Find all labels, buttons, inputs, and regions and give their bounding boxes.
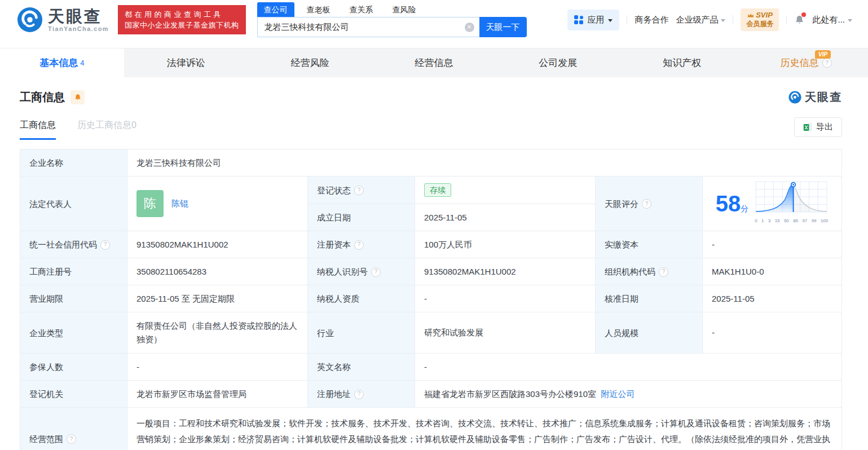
company-nav-tabs: 基本信息 4 法律诉讼 经营风险 经营信息 公司发展 知识产权 VIP 历史信息… <box>0 48 868 77</box>
promo-banner: 都在用的商业查询工具 国家中小企业发展子基金旗下机构 <box>118 5 246 34</box>
legal-rep-cell: 陈 陈锟 <box>127 177 308 231</box>
logo-subtitle: TianYanCha.com <box>48 25 109 32</box>
tab-basic-info[interactable]: 基本信息 4 <box>0 48 124 77</box>
score-number: 58分 <box>716 191 749 216</box>
help-icon[interactable]: ? <box>100 240 110 250</box>
legal-rep-avatar[interactable]: 陈 <box>136 190 164 217</box>
apps-menu-button[interactable]: 应用 <box>567 10 619 30</box>
taxpayer-id-label: 纳税人识别号? <box>308 258 415 285</box>
header-menu: 应用 商务合作 企业级产品 SVIP 会员服务 <box>567 8 868 31</box>
tab-operation-risk[interactable]: 经营风险 <box>248 48 372 77</box>
taxpayer-id-value: 91350802MAK1H1U002 <box>415 258 596 285</box>
user-menu-label: 此处有... <box>812 15 845 25</box>
user-account-menu[interactable]: 此处有... <box>812 15 852 25</box>
chevron-down-icon <box>608 19 613 22</box>
business-info-table: 企业名称 龙岩三快科技有限公司 法定代表人 陈 陈锟 登记状态? 存续 天眼评分… <box>20 149 842 450</box>
company-type-label: 企业类型 <box>20 312 127 354</box>
tab-basic-info-count: 4 <box>80 59 84 67</box>
svip-service-label: 会员服务 <box>746 19 773 28</box>
subscribe-bell-button[interactable] <box>71 90 85 104</box>
nearby-companies-link[interactable]: 附近公司 <box>601 389 635 399</box>
help-icon[interactable]: ? <box>354 186 364 195</box>
content-area: 工商信息 天眼查 工商信息 历史工商信息0 <box>0 77 868 450</box>
subtab-business-info[interactable]: 工商信息 <box>20 120 56 140</box>
tianyancha-company-page: 天眼查 TianYanCha.com 都在用的商业查询工具 国家中小企业发展子基… <box>0 0 868 450</box>
subtab-history-business-info[interactable]: 历史工商信息0 <box>77 120 136 140</box>
menu-enterprise-products[interactable]: 企业级产品 <box>676 15 725 25</box>
help-icon[interactable]: ? <box>642 199 651 209</box>
help-icon[interactable]: ? <box>67 434 76 444</box>
menu-business-cooperation[interactable]: 商务合作 <box>635 15 668 25</box>
export-button[interactable]: 导出 <box>794 117 842 137</box>
help-icon[interactable]: ? <box>354 240 364 250</box>
help-icon[interactable]: ? <box>822 58 832 68</box>
search-tab-relation[interactable]: 查关系 <box>343 2 380 17</box>
search-tabs: 查公司 查老板 查关系 查风险 <box>257 2 527 17</box>
legal-rep-link[interactable]: 陈锟 <box>171 197 188 210</box>
staff-size-value: - <box>703 312 842 354</box>
english-name-label: 英文名称 <box>308 354 415 381</box>
svip-membership-button[interactable]: SVIP 会员服务 <box>741 8 779 31</box>
english-name-value: - <box>415 354 842 381</box>
notifications-bell[interactable] <box>794 14 805 25</box>
business-scope-label: 经营范围? <box>20 408 127 450</box>
business-term-label: 营业期限 <box>20 285 127 312</box>
company-type-value: 有限责任公司（非自然人投资或控股的法人独资） <box>127 312 308 354</box>
tianyancha-watermark: 天眼查 <box>788 90 842 105</box>
tab-company-development[interactable]: 公司发展 <box>496 48 620 77</box>
help-icon[interactable]: ? <box>354 390 364 399</box>
clear-search-icon[interactable]: × <box>465 23 474 32</box>
reg-capital-value: 100万人民币 <box>415 231 596 258</box>
reg-no-value: 350802110654283 <box>127 258 308 285</box>
tianyancha-logo[interactable]: 天眼查 TianYanCha.com <box>17 7 109 33</box>
tab-history-info-label: 历史信息 <box>781 56 819 69</box>
score-label: 天眼评分? <box>596 177 703 231</box>
insured-count-value: - <box>127 354 308 381</box>
score-axis-ticks: 0131550859799100 <box>754 215 829 227</box>
logo-swirl-icon <box>788 91 801 104</box>
menu-enterprise-label: 企业级产品 <box>676 15 718 25</box>
table-row: 统一社会信用代码? 91350802MAK1H1U002 注册资本? 100万人… <box>20 231 842 258</box>
help-icon[interactable]: ? <box>371 267 381 277</box>
table-row: 登记机关 龙岩市新罗区市场监督管理局 注册地址? 福建省龙岩市新罗区西陂路303… <box>20 381 842 408</box>
legal-rep-label: 法定代表人 <box>20 177 127 231</box>
est-date-label: 成立日期 <box>308 204 415 231</box>
divider <box>733 15 733 24</box>
org-code-label: 组织机构代码? <box>596 258 703 285</box>
search-input-wrap: × <box>257 17 479 37</box>
score-distribution-chart: 0131550859799100 <box>754 180 829 227</box>
svip-label: SVIP <box>756 11 773 19</box>
search-tab-risk[interactable]: 查风险 <box>386 2 423 17</box>
table-row: 企业类型 有限责任公司（非自然人投资或控股的法人独资） 行业 研究和试验发展 人… <box>20 312 842 354</box>
search-button[interactable]: 天眼一下 <box>479 17 527 37</box>
approval-date-label: 核准日期 <box>596 285 703 312</box>
company-name-value: 龙岩三快科技有限公司 <box>127 149 842 177</box>
table-row: 经营范围? 一般项目：工程和技术研究和试验发展；软件开发；技术服务、技术开发、技… <box>20 408 842 450</box>
industry-label: 行业 <box>308 312 415 354</box>
excel-icon <box>803 123 812 132</box>
search-input[interactable] <box>258 17 479 37</box>
bell-icon <box>74 93 82 102</box>
business-term-value: 2025-11-05 至 无固定期限 <box>127 285 308 312</box>
taxpayer-qualification-value: - <box>415 285 596 312</box>
company-name-label: 企业名称 <box>20 149 127 177</box>
logo-title: 天眼查 <box>48 8 109 25</box>
tab-legal-proceedings[interactable]: 法律诉讼 <box>124 48 248 77</box>
help-icon[interactable]: ? <box>659 267 668 277</box>
paid-capital-label: 实缴资本 <box>596 231 703 258</box>
apps-menu-label: 应用 <box>587 15 604 25</box>
tab-intellectual-property[interactable]: 知识产权 <box>620 48 744 77</box>
search-tab-company[interactable]: 查公司 <box>257 2 294 17</box>
search-tab-boss[interactable]: 查老板 <box>300 2 337 17</box>
table-row: 法定代表人 陈 陈锟 登记状态? 存续 天眼评分? <box>20 177 842 204</box>
table-row: 工商注册号 350802110654283 纳税人识别号? 91350802MA… <box>20 258 842 285</box>
reg-capital-label: 注册资本? <box>308 231 415 258</box>
banner-line1: 都在用的商业查询工具 <box>125 9 239 20</box>
chevron-down-icon <box>848 19 852 22</box>
tab-operation-info[interactable]: 经营信息 <box>372 48 496 77</box>
tab-history-info[interactable]: VIP 历史信息 ? <box>744 48 868 77</box>
tianyan-score-cell: 58分 <box>703 177 842 231</box>
reg-status-label: 登记状态? <box>308 177 415 204</box>
industry-value: 研究和试验发展 <box>415 312 596 354</box>
vip-badge: VIP <box>815 50 831 59</box>
